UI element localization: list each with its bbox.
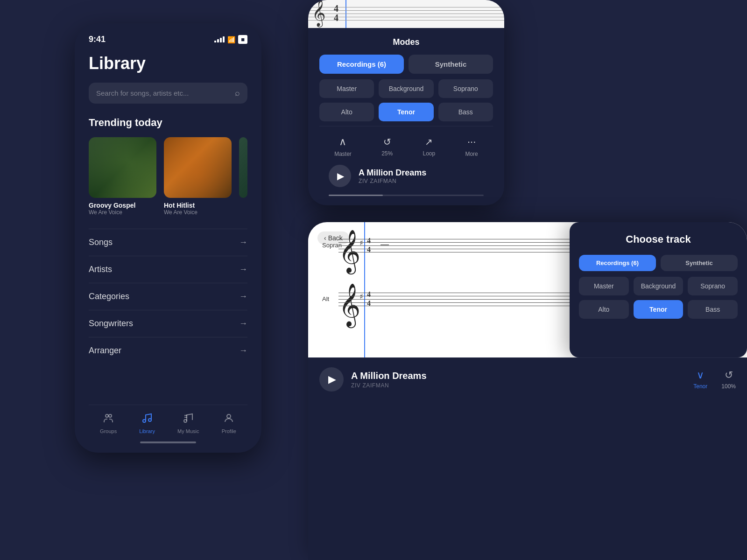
progress-bar-top[interactable] (329, 195, 484, 196)
svg-point-0 (106, 414, 108, 417)
svg-point-2 (143, 420, 146, 422)
ct-btn-soprano[interactable]: Soprano (688, 277, 738, 295)
trending-title: Trending today (89, 117, 247, 129)
arrow-icon-categories: → (239, 292, 247, 301)
tab-synthetic[interactable]: Synthetic (409, 55, 493, 74)
playback-cursor-top (345, 0, 346, 28)
alto-label: Alt (322, 295, 329, 302)
menu-item-arranger[interactable]: Arranger → (89, 337, 247, 364)
btn-bass[interactable]: Bass (438, 103, 493, 121)
menu-item-artists[interactable]: Artists → (89, 256, 247, 283)
ct-btn-master[interactable]: Master (579, 277, 629, 295)
ct-voice-row-2: Alto Tenor Bass (579, 300, 738, 319)
wifi-icon: 📶 (227, 36, 235, 43)
search-placeholder: Search for songs, artists etc... (96, 89, 235, 97)
song-title-top: A Million Dreams (359, 168, 426, 178)
btn-background[interactable]: Background (379, 79, 433, 98)
nav-library[interactable]: Library (139, 413, 155, 434)
chevron-down-icon: ∨ (697, 369, 704, 381)
play-button-bottom[interactable]: ▶ (319, 367, 344, 392)
menu-label-categories: Categories (89, 292, 129, 301)
bottom-nav: Groups Library My Music (89, 405, 247, 438)
top-right-panel: 𝄞 44 Modes Recordings (6) Synthetic Mast… (308, 0, 504, 205)
arrow-icon-artists: → (239, 265, 247, 274)
now-playing-top: ▶ A Million Dreams ZIV ZAIFMAN (319, 165, 493, 187)
ctrl-tenor[interactable]: ∨ Tenor (693, 369, 707, 390)
ct-btn-alto[interactable]: Alto (579, 300, 629, 319)
play-icon-top: ▶ (337, 170, 344, 182)
play-button-top[interactable]: ▶ (329, 165, 351, 187)
nav-label-profile: Profile (222, 428, 236, 434)
progress-fill-top (329, 195, 383, 196)
voice-row-1: Master Background Soprano (319, 79, 493, 98)
menu-item-songs[interactable]: Songs → (89, 229, 247, 256)
trending-card-third[interactable] (239, 137, 247, 198)
modes-tab-row: Recordings (6) Synthetic (319, 55, 493, 74)
ctrl-pct-label: 25% (381, 150, 393, 157)
ctrl-loop-pct[interactable]: ↺ 25% (381, 136, 393, 157)
modes-panel: Modes Recordings (6) Synthetic Master Ba… (308, 28, 504, 205)
btn-master[interactable]: Master (319, 79, 374, 98)
page-title: Library (89, 54, 247, 73)
card-sub-groovy: We Are Voice (89, 209, 156, 216)
ctrl-loop[interactable]: ↗ Loop (423, 136, 435, 157)
master-icon: ∧ (339, 136, 346, 148)
loop-speed-icon: ↺ (383, 136, 391, 147)
staff-line-s5 (338, 252, 570, 252)
treble-clef-alto: 𝄞 (338, 286, 360, 323)
ct-btn-tenor[interactable]: Tenor (634, 300, 684, 319)
staff-line-s4 (338, 249, 570, 249)
menu-item-songwriters[interactable]: Songwriters → (89, 310, 247, 337)
voice-row-2: Alto Tenor Bass (319, 103, 493, 121)
staff-line-s2 (338, 242, 570, 243)
note-soprano: — (381, 239, 389, 249)
search-icon[interactable]: ⌕ (235, 88, 240, 98)
ctrl-percent[interactable]: ↺ 100% (721, 369, 736, 390)
menu-label-arranger: Arranger (89, 346, 121, 356)
ct-btn-background[interactable]: Background (634, 277, 684, 295)
bottom-controls-right: ∨ Tenor ↺ 100% (693, 369, 736, 390)
bottom-song-artist: ZIV ZAIFMAN (351, 382, 686, 389)
ct-tab-recordings[interactable]: Recordings (6) (579, 255, 656, 271)
play-icon-bottom: ▶ (328, 373, 336, 385)
status-time: 9:41 (89, 35, 106, 44)
btn-tenor[interactable]: Tenor (379, 103, 433, 121)
more-icon: ··· (467, 136, 476, 148)
svg-point-3 (148, 419, 151, 421)
left-phone: 9:41 📶 ■ Library Search for songs, artis… (75, 23, 261, 453)
ct-voice-row-1: Master Background Soprano (579, 277, 738, 295)
btn-alto[interactable]: Alto (319, 103, 374, 121)
card-image-groovy (89, 137, 156, 198)
back-button[interactable]: ‹ Back (317, 231, 349, 245)
ctrl-master[interactable]: ∧ Master (334, 136, 352, 157)
tab-recordings[interactable]: Recordings (6) (319, 55, 404, 74)
choose-track-title: Choose track (579, 233, 738, 245)
sharp-alto: ♯ (359, 292, 363, 301)
staff-line-s1 (338, 239, 570, 239)
trending-card-groovy[interactable]: Groovy Gospel We Are Voice (89, 137, 156, 216)
home-indicator (140, 441, 196, 443)
ctrl-more-label: More (465, 151, 478, 157)
menu-label-songs: Songs (89, 238, 113, 247)
staff-line-a1 (338, 293, 570, 293)
svg-point-1 (109, 414, 112, 417)
menu-item-categories[interactable]: Categories → (89, 283, 247, 310)
nav-groups[interactable]: Groups (100, 413, 117, 434)
sheet-music-top: 𝄞 44 (308, 0, 504, 28)
ct-tab-synthetic[interactable]: Synthetic (661, 255, 738, 271)
staff-line-s3 (338, 245, 570, 246)
trending-card-hot[interactable]: Hot Hitlist We Are Voice (164, 137, 232, 216)
trending-cards: Groovy Gospel We Are Voice Hot Hitlist W… (89, 137, 247, 216)
sheet-music-bottom: ‹ Back Sopran 𝄞 ♯ 44 — (308, 222, 747, 357)
nav-profile[interactable]: Profile (222, 413, 236, 434)
ctrl-more[interactable]: ··· More (465, 136, 478, 157)
nav-mymusic[interactable]: My Music (177, 413, 199, 434)
bottom-song-title: A Million Dreams (351, 371, 686, 381)
modes-title: Modes (319, 37, 493, 47)
menu-list: Songs → Artists → Categories → Songwrite… (89, 229, 247, 405)
status-bar: 9:41 📶 ■ (89, 35, 247, 44)
search-bar[interactable]: Search for songs, artists etc... ⌕ (89, 83, 247, 104)
ct-btn-bass[interactable]: Bass (688, 300, 738, 319)
btn-soprano[interactable]: Soprano (438, 79, 493, 98)
bottom-now-playing: ▶ A Million Dreams ZIV ZAIFMAN ∨ Tenor ↺… (308, 357, 747, 401)
